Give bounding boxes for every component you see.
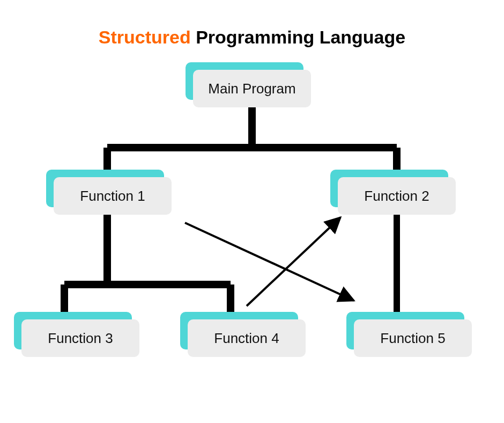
node-main-card: Main Program	[193, 70, 311, 107]
node-main: Main Program	[193, 70, 311, 107]
node-f1-label: Function 1	[80, 188, 145, 205]
node-f1: Function 1	[54, 177, 172, 215]
node-f5-card: Function 5	[354, 319, 472, 357]
diagram-title: Structured Programming Language	[0, 27, 504, 48]
arrow-f1-to-f5	[185, 223, 354, 301]
node-f4: Function 4	[188, 319, 306, 357]
title-rest: Programming Language	[191, 27, 406, 47]
node-f2-label: Function 2	[364, 188, 429, 205]
node-f5-label: Function 5	[380, 330, 445, 347]
node-f3: Function 3	[21, 319, 139, 357]
node-f3-card: Function 3	[21, 319, 139, 357]
edge-main-split	[107, 107, 397, 177]
node-f2: Function 2	[338, 177, 456, 215]
node-f2-card: Function 2	[338, 177, 456, 215]
node-f3-label: Function 3	[48, 330, 113, 347]
node-f1-card: Function 1	[54, 177, 172, 215]
arrow-f4-to-f2	[247, 217, 340, 306]
node-f4-label: Function 4	[214, 330, 279, 347]
node-f5: Function 5	[354, 319, 472, 357]
node-f4-card: Function 4	[188, 319, 306, 357]
diagram-stage: Structured Programming Language Main Pro…	[0, 0, 504, 423]
node-main-label: Main Program	[208, 81, 295, 97]
title-accent: Structured	[99, 27, 191, 47]
edge-f1-split	[64, 215, 231, 319]
